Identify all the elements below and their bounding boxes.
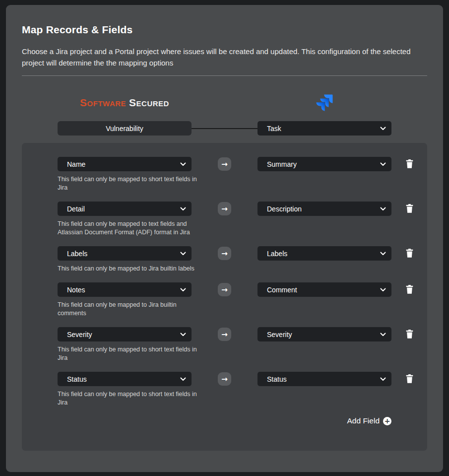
target-field-select[interactable]: Summary — [257, 157, 391, 171]
arrow-right-icon: → — [221, 330, 228, 339]
source-field-select[interactable]: Name — [58, 157, 192, 171]
map-arrow-button[interactable]: → — [218, 372, 231, 386]
connector-line — [192, 128, 257, 129]
field-helper-text: This field can only be mapped to text fi… — [58, 220, 200, 237]
plus-circle-icon: + — [383, 417, 391, 425]
add-field-row: Add Field + — [22, 416, 427, 425]
arrow-right-icon: → — [221, 204, 228, 213]
arrow-right-icon: → — [221, 249, 228, 258]
map-records-card: Map Records & Fields Choose a Jira proje… — [6, 5, 443, 472]
trash-icon — [406, 249, 413, 258]
map-arrow-button[interactable]: → — [218, 157, 231, 171]
field-mapping-row: Detail This field can only be mapped to … — [22, 202, 427, 237]
delete-row-button[interactable] — [406, 159, 413, 168]
software-secured-logo: SoftwareSecured — [80, 97, 169, 109]
jira-logo-icon — [314, 92, 335, 114]
source-field-select-wrap: Status — [58, 372, 192, 386]
target-field-select[interactable]: Severity — [257, 327, 391, 341]
field-helper-text: This field can only be mapped to short t… — [58, 345, 200, 362]
field-mapping-row: Name This field can only be mapped to sh… — [22, 157, 427, 192]
add-field-button[interactable]: Add Field + — [347, 416, 391, 425]
source-field-select[interactable]: Notes — [58, 282, 192, 297]
source-record-type: Vulnerability — [58, 121, 192, 136]
target-field-select-wrap: Summary — [257, 157, 391, 171]
trash-icon — [406, 204, 413, 213]
field-helper-text: This field can only be mapped to short t… — [58, 390, 200, 407]
target-field-select[interactable]: Labels — [257, 246, 391, 261]
source-field-select-wrap: Detail — [58, 202, 192, 216]
source-field-select-wrap: Notes — [58, 282, 192, 297]
target-field-select-wrap: Status — [257, 372, 391, 386]
field-helper-text: This field can only be mapped to Jira bu… — [58, 265, 200, 273]
divider — [22, 75, 427, 76]
delete-row-button[interactable] — [406, 204, 413, 213]
page-description: Choose a Jira project and a Portal proje… — [22, 46, 426, 68]
map-arrow-button[interactable]: → — [218, 283, 231, 296]
trash-icon — [406, 285, 413, 294]
map-arrow-button[interactable]: → — [218, 328, 231, 341]
brand-word-software: Software — [80, 97, 126, 108]
source-field-select[interactable]: Status — [58, 372, 192, 386]
brand-word-secured: Secured — [129, 97, 169, 108]
source-field-select[interactable]: Labels — [58, 246, 192, 261]
source-field-select-wrap: Severity — [58, 327, 192, 341]
target-field-select-wrap: Description — [257, 202, 391, 216]
source-field-select[interactable]: Detail — [58, 202, 192, 216]
add-field-label: Add Field — [347, 416, 380, 425]
field-helper-text: This field can only be mapped to Jira bu… — [58, 301, 200, 318]
source-field-select-wrap: Labels — [58, 246, 192, 261]
record-mapping-row: Vulnerability Task — [22, 121, 427, 136]
arrow-right-icon: → — [221, 285, 228, 294]
map-arrow-button[interactable]: → — [218, 247, 231, 260]
field-mapping-row: Labels This field can only be mapped to … — [22, 246, 427, 273]
target-field-select[interactable]: Description — [257, 202, 391, 216]
target-field-select-wrap: Labels — [257, 246, 391, 261]
delete-row-button[interactable] — [406, 285, 413, 294]
field-mapping-panel: Name This field can only be mapped to sh… — [22, 143, 427, 451]
field-mapping-row: Notes This field can only be mapped to J… — [22, 282, 427, 318]
target-field-select-wrap: Comment — [257, 282, 391, 297]
source-field-select[interactable]: Severity — [58, 327, 192, 341]
delete-row-button[interactable] — [406, 330, 413, 339]
target-field-select[interactable]: Status — [257, 372, 391, 386]
delete-row-button[interactable] — [406, 249, 413, 258]
source-field-select-wrap: Name — [58, 157, 192, 171]
delete-row-button[interactable] — [406, 374, 413, 383]
trash-icon — [406, 374, 413, 383]
trash-icon — [406, 330, 413, 339]
page-title: Map Records & Fields — [22, 24, 427, 36]
logos-row: SoftwareSecured — [22, 91, 427, 115]
field-mapping-row: Severity This field can only be mapped t… — [22, 327, 427, 362]
field-rows: Name This field can only be mapped to sh… — [22, 157, 427, 407]
field-helper-text: This field can only be mapped to short t… — [58, 175, 200, 192]
target-field-select[interactable]: Comment — [257, 282, 391, 297]
arrow-right-icon: → — [221, 160, 228, 169]
map-arrow-button[interactable]: → — [218, 202, 231, 215]
target-field-select-wrap: Severity — [257, 327, 391, 341]
arrow-right-icon: → — [221, 375, 228, 384]
trash-icon — [406, 159, 413, 168]
target-record-select-wrap: Task — [257, 121, 391, 136]
target-record-select[interactable]: Task — [257, 121, 391, 136]
field-mapping-row: Status This field can only be mapped to … — [22, 372, 427, 407]
